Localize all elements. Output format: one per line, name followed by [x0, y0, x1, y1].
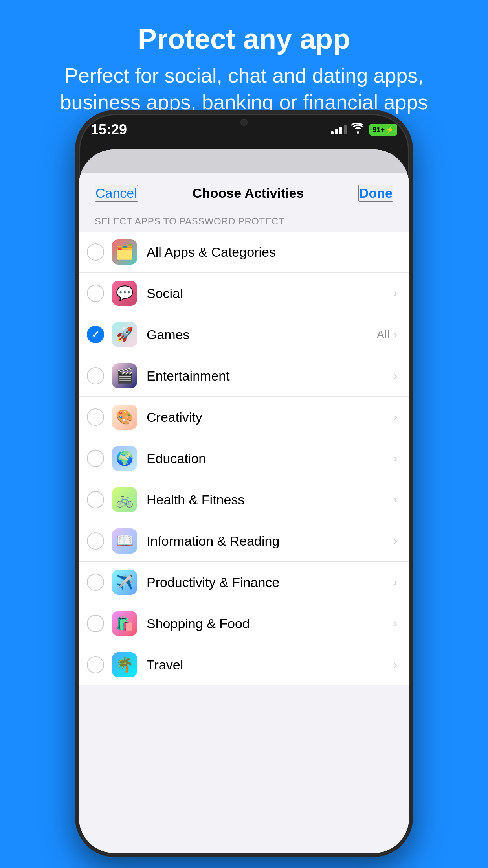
chevron-icon-entertainment: › [394, 370, 397, 382]
screen-content: Cancel Choose Activities Done SELECT APP… [79, 149, 409, 853]
signal-bars-icon [331, 125, 347, 134]
modal-title: Choose Activities [192, 186, 304, 201]
list-item-all[interactable]: 🗂️All Apps & Categories [79, 232, 409, 273]
icon-games: 🚀 [112, 322, 137, 347]
chevron-icon-reading: › [394, 535, 397, 547]
status-time: 15:29 [91, 121, 127, 138]
icon-social: 💬 [112, 281, 137, 306]
chevron-icon-shopping: › [394, 617, 397, 630]
label-games: Games [147, 327, 376, 342]
list-item-entertainment[interactable]: 🎬Entertainment› [79, 355, 409, 397]
label-creativity: Creativity [147, 410, 394, 425]
icon-productivity: ✈️ [112, 570, 137, 595]
header-subtitle: Perfect for social, chat and dating apps… [31, 63, 457, 116]
list-item-reading[interactable]: 📖Information & Reading› [79, 520, 409, 562]
label-social: Social [147, 286, 394, 301]
status-bar: 15:29 91+ ⚡ [91, 118, 397, 142]
radio-reading[interactable] [87, 532, 104, 550]
signal-bar-4 [344, 125, 347, 134]
chevron-icon-creativity: › [394, 411, 397, 423]
label-travel: Travel [147, 657, 394, 673]
label-reading: Information & Reading [147, 533, 394, 549]
label-productivity: Productivity & Finance [147, 575, 394, 590]
radio-education[interactable] [87, 450, 104, 467]
signal-bar-1 [331, 131, 334, 134]
radio-productivity[interactable] [87, 574, 104, 591]
radio-health[interactable] [87, 491, 104, 508]
label-entertainment: Entertainment [147, 368, 394, 384]
list-item-productivity[interactable]: ✈️Productivity & Finance› [79, 562, 409, 603]
status-icons: 91+ ⚡ [331, 123, 397, 136]
detail-games: All [376, 328, 389, 341]
label-education: Education [147, 451, 394, 466]
header-title: Protect any app [31, 24, 457, 55]
radio-all[interactable] [87, 243, 104, 261]
chevron-icon-health: › [394, 493, 397, 506]
section-label: SELECT APPS TO PASSWORD PROTECT [79, 210, 409, 232]
list-item-shopping[interactable]: 🛍️Shopping & Food› [79, 603, 409, 644]
signal-bar-2 [335, 129, 338, 134]
chevron-icon-games: › [394, 328, 397, 341]
radio-travel[interactable] [87, 656, 104, 673]
icon-shopping: 🛍️ [112, 611, 137, 636]
cancel-button[interactable]: Cancel [95, 185, 138, 202]
modal-sheet: Cancel Choose Activities Done SELECT APP… [79, 173, 409, 853]
label-all: All Apps & Categories [147, 245, 397, 260]
signal-bar-3 [339, 127, 342, 134]
chevron-icon-social: › [394, 287, 397, 300]
icon-travel: 🌴 [112, 652, 137, 677]
radio-social[interactable] [87, 285, 104, 302]
radio-entertainment[interactable] [87, 367, 104, 384]
phone-mockup: 15:29 91+ ⚡ Cancel [75, 110, 413, 857]
icon-entertainment: 🎬 [112, 363, 137, 388]
chevron-icon-education: › [394, 452, 397, 465]
nav-bar: Cancel Choose Activities Done [79, 173, 409, 210]
label-health: Health & Fitness [147, 492, 394, 508]
label-shopping: Shopping & Food [147, 616, 394, 631]
icon-all: 🗂️ [112, 239, 137, 265]
list-item-games[interactable]: ✓🚀GamesAll› [79, 314, 409, 355]
chevron-icon-travel: › [394, 658, 397, 671]
list-item-social[interactable]: 💬Social› [79, 273, 409, 314]
battery-icon: 91+ ⚡ [369, 124, 397, 136]
radio-games[interactable]: ✓ [87, 326, 104, 343]
categories-list: 🗂️All Apps & Categories💬Social›✓🚀GamesAl… [79, 232, 409, 685]
list-item-health[interactable]: 🚲Health & Fitness› [79, 479, 409, 520]
radio-creativity[interactable] [87, 408, 104, 426]
icon-reading: 📖 [112, 528, 137, 554]
chevron-icon-productivity: › [394, 576, 397, 588]
wifi-icon [351, 123, 365, 136]
icon-education: 🌍 [112, 446, 137, 471]
icon-creativity: 🎨 [112, 405, 137, 430]
icon-health: 🚲 [112, 487, 137, 512]
checkmark-icon: ✓ [92, 329, 99, 340]
radio-shopping[interactable] [87, 615, 104, 632]
list-item-travel[interactable]: 🌴Travel› [79, 644, 409, 685]
list-item-education[interactable]: 🌍Education› [79, 438, 409, 479]
done-button[interactable]: Done [358, 185, 393, 202]
list-item-creativity[interactable]: 🎨Creativity› [79, 397, 409, 438]
